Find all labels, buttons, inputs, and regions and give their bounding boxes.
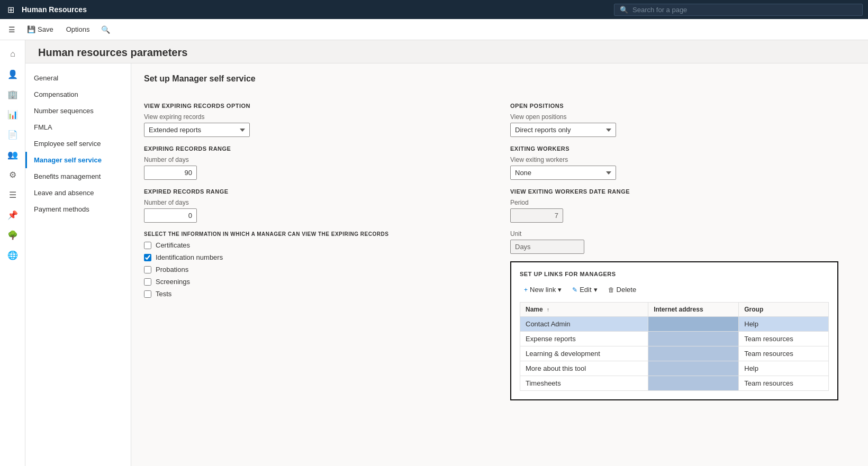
sidebar-icon-person[interactable]: 👤 (0, 65, 25, 84)
unit-input (510, 240, 584, 254)
row-internet-address[interactable] (648, 346, 739, 361)
sidebar-icon-globe[interactable]: 🌐 (0, 245, 25, 264)
checkbox-tests[interactable]: Tests (144, 290, 489, 298)
new-link-chevron: ▾ (558, 286, 562, 294)
view-expiring-records-select[interactable]: Extended reports Direct reports only All… (144, 123, 250, 137)
new-link-button[interactable]: + New link ▾ (520, 284, 566, 296)
unit-label: Unit (510, 230, 855, 237)
period-label: Period (510, 199, 855, 206)
left-sidebar: ⌂ 👤 🏢 📊 📄 👥 ⚙ ☰ 📌 🌳 🌐 (0, 40, 25, 466)
links-toolbar: + New link ▾ ✎ Edit ▾ 🗑 (520, 284, 829, 296)
certificates-label: Certificates (156, 241, 190, 249)
edit-label: Edit (580, 286, 591, 294)
view-exiting-workers-date-range-header: VIEW EXITING WORKERS DATE RANGE (510, 188, 855, 195)
grid-icon[interactable]: ⊞ (5, 3, 16, 17)
expired-records-range-header: EXPIRED RECORDS RANGE (144, 188, 489, 195)
sidebar-icon-doc[interactable]: 📄 (0, 125, 25, 144)
sidebar-icon-settings[interactable]: ⚙ (0, 165, 25, 184)
nav-item-employee-self-service[interactable]: Employee self service (25, 135, 131, 152)
open-positions-header: OPEN POSITIONS (510, 103, 855, 109)
sidebar-icon-pin[interactable]: 📌 (0, 205, 25, 224)
nav-item-general[interactable]: General (25, 70, 131, 86)
top-nav-bar: ⊞ Human Resources 🔍 (0, 0, 868, 19)
nav-item-fmla[interactable]: FMLA (25, 119, 131, 135)
delete-icon: 🗑 (608, 286, 614, 294)
view-open-positions-select[interactable]: Direct reports only Extended reports All… (510, 123, 616, 137)
certificates-checkbox[interactable] (144, 242, 151, 249)
row-name: Contact Admin (520, 317, 648, 332)
sidebar-icon-tree[interactable]: 🌳 (0, 225, 25, 244)
expiring-days-input[interactable] (144, 166, 197, 180)
links-popup-title: SET UP LINKS FOR MANAGERS (520, 271, 829, 277)
nav-item-payment-methods[interactable]: Payment methods (25, 201, 131, 217)
sidebar-icon-people[interactable]: 👥 (0, 145, 25, 164)
content-area: Human resources parameters General Compe… (25, 40, 868, 466)
row-internet-address[interactable] (648, 361, 739, 376)
probations-checkbox[interactable] (144, 266, 151, 273)
sidebar-icon-chart[interactable]: 📊 (0, 105, 25, 124)
expiring-records-range-header: EXPIRING RECORDS RANGE (144, 145, 489, 152)
identification-numbers-checkbox[interactable] (144, 254, 151, 261)
save-button[interactable]: 💾 Save (22, 23, 59, 36)
col-name[interactable]: Name ↑ (520, 303, 648, 317)
options-button[interactable]: Options (61, 23, 95, 36)
page-content: General Compensation Number sequences FM… (25, 63, 868, 466)
expired-days-input[interactable] (144, 208, 197, 223)
delete-button[interactable]: 🗑 Delete (604, 284, 641, 296)
nav-item-benefits-management[interactable]: Benefits management (25, 168, 131, 185)
checkbox-probations[interactable]: Probations (144, 266, 489, 273)
sidebar-icon-home[interactable]: ⌂ (0, 44, 25, 63)
edit-chevron: ▾ (594, 286, 598, 294)
tests-checkbox[interactable] (144, 290, 151, 298)
row-internet-address[interactable] (648, 317, 739, 332)
col-group[interactable]: Group (739, 303, 829, 317)
form-left-column: VIEW EXPIRING RECORDS OPTION View expiri… (144, 94, 489, 400)
nav-item-number-sequences[interactable]: Number sequences (25, 103, 131, 119)
row-group: Help (739, 361, 829, 376)
view-open-positions-label: View open positions (510, 113, 855, 121)
form-right-column: OPEN POSITIONS View open positions Direc… (510, 94, 855, 400)
table-row[interactable]: Timesheets Team resources (520, 376, 829, 391)
exiting-workers-header: EXITING WORKERS (510, 145, 855, 152)
edit-button[interactable]: ✎ Edit ▾ (568, 284, 601, 296)
checkbox-group: Certificates Identification numbers Prob… (144, 241, 489, 298)
form-section-title: Set up Manager self service (144, 74, 855, 84)
expiring-number-of-days-group: Number of days (144, 156, 489, 180)
save-icon: 💾 (27, 25, 35, 33)
table-header-row: Name ↑ Internet address Group (520, 303, 829, 317)
unit-group: Unit (510, 230, 855, 254)
sidebar-icon-org[interactable]: 🏢 (0, 85, 25, 104)
checkbox-certificates[interactable]: Certificates (144, 241, 489, 249)
probations-label: Probations (156, 266, 188, 273)
top-search-box[interactable]: 🔍 (614, 4, 863, 16)
checkbox-screenings[interactable]: Screenings (144, 278, 489, 286)
table-row[interactable]: Expense reports Team resources (520, 332, 829, 346)
page-title: Human resources parameters (38, 47, 855, 59)
tests-label: Tests (156, 290, 171, 298)
main-layout: ⌂ 👤 🏢 📊 📄 👥 ⚙ ☰ 📌 🌳 🌐 Human resources pa… (0, 40, 868, 466)
table-row[interactable]: Learning & development Team resources (520, 346, 829, 361)
hamburger-button[interactable]: ☰ (4, 23, 20, 36)
row-name: Timesheets (520, 376, 648, 391)
sort-arrow: ↑ (547, 307, 549, 313)
nav-item-compensation[interactable]: Compensation (25, 86, 131, 103)
row-name: Expense reports (520, 332, 648, 346)
table-row[interactable]: Contact Admin Help (520, 317, 829, 332)
col-internet-address[interactable]: Internet address (648, 303, 739, 317)
view-exiting-workers-select[interactable]: None Direct reports only Extended report… (510, 166, 616, 180)
search-command-button[interactable]: 🔍 (97, 23, 114, 36)
screenings-checkbox[interactable] (144, 278, 151, 286)
search-input[interactable] (632, 6, 857, 14)
row-internet-address[interactable] (648, 332, 739, 346)
sidebar-icon-list[interactable]: ☰ (0, 185, 25, 204)
page-title-bar: Human resources parameters (25, 40, 868, 63)
nav-item-leave-and-absence[interactable]: Leave and absence (25, 185, 131, 201)
plus-icon: + (524, 286, 528, 294)
checkbox-identification-numbers[interactable]: Identification numbers (144, 253, 489, 261)
form-area: Set up Manager self service VIEW EXPIRIN… (131, 63, 868, 466)
nav-item-manager-self-service[interactable]: Manager self service (25, 152, 131, 168)
row-group: Team resources (739, 376, 829, 391)
period-group: Period (510, 199, 855, 223)
row-internet-address[interactable] (648, 376, 739, 391)
table-row[interactable]: More about this tool Help (520, 361, 829, 376)
